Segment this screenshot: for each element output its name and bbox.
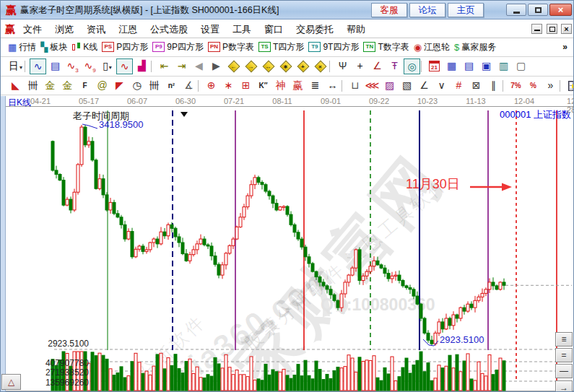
golden-ratio-icon[interactable]: 金 (59, 78, 76, 94)
menu-item-帮助[interactable]: 帮助 (340, 20, 372, 38)
gann-grid-icon[interactable]: # (451, 78, 467, 94)
toolbar-item-quotes[interactable]: ▦行情 (6, 39, 36, 57)
gann-fan-icon[interactable]: ⋘ (364, 78, 381, 94)
angle-fan-icon[interactable]: ∠ (416, 78, 432, 94)
percent-line-icon[interactable]: % (525, 78, 542, 94)
quick-link-论坛[interactable]: 论坛 (409, 3, 445, 17)
menu-item-江恩[interactable]: 江恩 (112, 20, 144, 38)
toolbar-item-9t-square[interactable]: T99T四方形 (307, 39, 359, 57)
compress-button-4[interactable]: → (555, 380, 573, 392)
notes-doc-icon[interactable]: ▤ (461, 58, 477, 74)
compress-button-1[interactable]: ≡ (555, 332, 573, 347)
tools-toolbar: 日▾∿▤∿3∿9▯▾∿▟⇤⇥◀▶←→↔∗+×Ψ+∠Ŧ◎21▦▤▣▥▢ (1, 58, 574, 77)
grid-yellow-tool-icon[interactable] (565, 78, 574, 94)
fan-box-icon[interactable]: ▨ (381, 78, 398, 94)
close-button[interactable]: × (549, 4, 572, 16)
wave-9-tool-icon[interactable]: ∿9 (82, 58, 98, 74)
toolbar-item-p-number-table[interactable]: PNP数字表 (206, 39, 254, 57)
compress-button-2[interactable]: = (555, 348, 573, 362)
expand-pane-button[interactable]: △ (1, 374, 21, 390)
cycle-brain-tool-icon[interactable]: ◎ (404, 58, 420, 74)
cycle-left-icon[interactable]: ← (225, 58, 242, 74)
angle-line-tool-icon[interactable]: ∠ (369, 58, 386, 74)
menu-item-设置[interactable]: 设置 (194, 20, 226, 38)
minimize-button[interactable] (506, 4, 526, 16)
paint-knife-icon[interactable]: ◣ (7, 78, 24, 94)
restore-button[interactable] (528, 4, 548, 16)
goto-first-icon[interactable]: ⇤ (156, 58, 173, 74)
width-measure-icon[interactable]: ↔ (324, 78, 341, 94)
menu-item-公式选股[interactable]: 公式选股 (144, 20, 194, 38)
pan-hand-tool-icon[interactable]: Ψ (334, 58, 351, 74)
diagonal-box-icon[interactable]: ▧ (399, 78, 415, 94)
gann-marker-tool-icon[interactable]: Ŧ (386, 58, 403, 74)
color-histogram-icon[interactable]: ▟ (134, 58, 150, 74)
abacus-icon[interactable]: ≣ (307, 78, 323, 94)
fibonacci-ruler-icon[interactable]: F (77, 78, 93, 94)
golden-section-icon[interactable]: 金 (42, 78, 58, 94)
toolbar-item-p-square[interactable]: PSP四方形 (100, 39, 148, 57)
date-axis: 日K线 04-2105-1706-0706-3007-2108-1109-010… (6, 96, 574, 107)
k-prime-icon[interactable]: K″ (255, 78, 271, 94)
quick-link-客服[interactable]: 客服 (371, 3, 407, 17)
workstation-icon[interactable]: ▢ (513, 58, 529, 74)
v-wave-icon[interactable]: ∨ (433, 78, 450, 94)
percent-seven-icon[interactable]: 7% (508, 78, 524, 94)
menu-item-浏览[interactable]: 浏览 (48, 20, 80, 38)
candle-style-dropdown-icon[interactable]: ▯▾ (99, 58, 116, 74)
ruler-hatch-icon[interactable]: 卌 (25, 78, 41, 94)
menu-item-资讯[interactable]: 资讯 (80, 20, 112, 38)
brush-knife-icon[interactable]: ◤ (111, 78, 128, 94)
calculator-icon[interactable]: ▦ (443, 58, 460, 74)
toolbar-item-t-number-table[interactable]: TNT数字表 (362, 39, 409, 57)
wave-3-tool-icon[interactable]: ∿3 (64, 58, 81, 74)
period-label[interactable]: 日K线 (8, 97, 31, 109)
spiral-tool-icon[interactable]: @ (94, 78, 110, 94)
toolbar-item-gann-wheel[interactable]: ◉江恩轮 (412, 39, 450, 57)
toolbar-item-t-square[interactable]: TST四方形 (257, 39, 304, 57)
calendar-21-icon[interactable]: 21 (426, 58, 443, 74)
cycle-star-icon[interactable]: ∗ (277, 58, 294, 74)
child-restore-button[interactable] (547, 24, 557, 34)
toolbar-item-sectors[interactable]: ▚板块 (39, 39, 67, 57)
menu-item-交易委托[interactable]: 交易委托 (290, 20, 340, 38)
cycle-both-icon[interactable]: ↔ (260, 58, 277, 74)
ying-tool-icon[interactable]: 赢 (290, 78, 306, 94)
menu-item-文件[interactable]: 文件 (17, 20, 48, 38)
toolbar-item-kline[interactable]: K线 (70, 39, 97, 57)
toolbar-item-winner-service[interactable]: $赢家服务 (453, 39, 496, 57)
angle-compass-icon[interactable]: ∡ (181, 78, 197, 94)
shen-tool-icon[interactable]: 神 (272, 78, 289, 94)
menu-item-工具[interactable]: 工具 (226, 20, 258, 38)
toolbar-overflow[interactable]: » (562, 39, 568, 57)
grid-arrow-icon[interactable]: ⊠ (468, 78, 484, 94)
toolbar-item-9p-square[interactable]: P99P四方形 (151, 39, 204, 57)
cycle-add-icon[interactable]: + (295, 58, 311, 74)
cycle-cross-icon[interactable]: × (312, 58, 329, 74)
overflow-more-icon[interactable]: » (542, 78, 559, 94)
info-panel-icon[interactable]: ▤ (47, 58, 64, 74)
step-forward-icon[interactable]: ▶ (208, 58, 225, 74)
period-day-dropdown-icon[interactable]: 日▾ (7, 58, 24, 74)
n-square-icon[interactable]: n² (163, 78, 180, 94)
step-back-icon[interactable]: ◀ (191, 58, 207, 74)
box-burst-icon[interactable]: ⊞ (238, 78, 254, 94)
box-frame-tool-icon[interactable]: ⊔ (347, 78, 363, 94)
save-disk-icon[interactable]: ▣ (478, 58, 495, 74)
child-close-button[interactable]: × (561, 24, 572, 34)
quick-link-主页[interactable]: 主页 (448, 3, 484, 17)
compress-button-3[interactable]: — (555, 364, 573, 378)
crosshair-tool-icon[interactable]: + (352, 58, 368, 74)
cycle-right-icon[interactable]: → (243, 58, 259, 74)
star-burst-icon[interactable]: ∗ (220, 78, 237, 94)
parallel-lines-icon[interactable]: ∥ (485, 78, 502, 94)
time-clock-icon[interactable]: ◷ (129, 78, 145, 94)
circle-target-icon[interactable]: ⊕ (203, 78, 219, 94)
trend-scribble-tool-icon[interactable]: ∿ (116, 58, 133, 74)
goto-last-icon[interactable]: ⇥ (173, 58, 190, 74)
network-share-icon[interactable]: ▥ (495, 58, 512, 74)
menu-item-窗口[interactable]: 窗口 (258, 20, 290, 38)
child-minimize-button[interactable] (531, 24, 542, 34)
price-ruler-icon[interactable]: 卌 (146, 78, 162, 94)
zigzag-line-tool-icon[interactable]: ∿ (30, 58, 46, 74)
